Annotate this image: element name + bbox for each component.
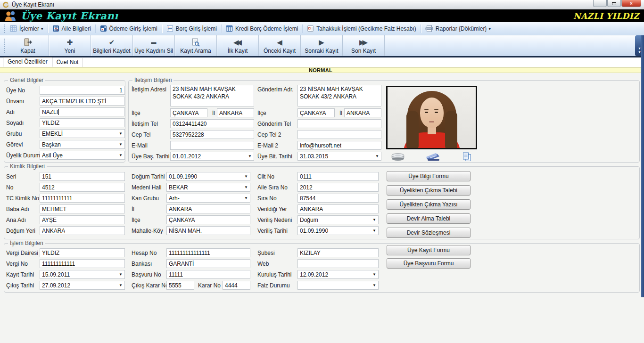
uye-no-field[interactable]: 1: [40, 86, 125, 95]
field-label: Doğum Yeri: [6, 228, 40, 234]
menu-odeme-giris[interactable]: Ödeme Giriş İşlemi: [97, 24, 160, 34]
kayit-arama-button[interactable]: Kayıt Arama: [175, 35, 217, 56]
unvani-field[interactable]: AKÇA TEMIZLIK LTD ŞTİ: [40, 97, 125, 106]
tab-ozel-not[interactable]: Özel Not: [52, 58, 83, 67]
cilt-no-field[interactable]: 0111: [297, 172, 379, 181]
maximize-button[interactable]: [607, 0, 621, 7]
verildigi-yer-field[interactable]: ANKARA: [297, 204, 379, 213]
verilis-nedeni-dropdown[interactable]: Doğum▼: [297, 215, 379, 224]
minimize-button[interactable]: —: [593, 0, 607, 7]
field-label: Çıkış Tarihi: [6, 282, 40, 289]
karar-no-field[interactable]: 4444: [223, 281, 250, 290]
baba-adi-field[interactable]: MEHMET: [40, 204, 125, 213]
gonderim-adresi-field[interactable]: 23 NİSAN MAH KAVŞAK SOKAK 43/2 ANKARA: [297, 85, 381, 106]
no-field[interactable]: 4512: [40, 183, 125, 192]
subesi-field[interactable]: KIZILAY: [297, 248, 379, 257]
kan-grubu-dropdown[interactable]: Arh-▼: [166, 194, 250, 203]
field-label: Bankası: [132, 261, 166, 267]
cikis-karar-no-field[interactable]: 5555: [166, 281, 194, 290]
uye-basvuru-formu-button[interactable]: Üye Başvuru Formu: [387, 258, 471, 269]
ilk-kayit-button[interactable]: ◀◀ İlk Kayıt: [217, 35, 259, 56]
hesap-no-field[interactable]: 111111111111111: [166, 248, 250, 257]
cep-tel-2-field[interactable]: [297, 130, 381, 139]
dogum-yeri-field[interactable]: ANKARA: [40, 226, 125, 235]
basvuru-no-field[interactable]: 11111: [166, 270, 250, 279]
devir-alma-talebi-button[interactable]: Devir Alma Talebi: [387, 213, 471, 224]
uye-bit-tarihi-dropdown[interactable]: 31.03.2015▼: [297, 152, 381, 161]
seri-field[interactable]: 151: [40, 172, 125, 181]
uye-kaydini-sil-button[interactable]: ▬ Üye Kaydını Sil: [133, 35, 175, 56]
last-record-icon: ▶▶: [362, 38, 365, 47]
dogum-tarihi-dropdown[interactable]: 01.09.1990▼: [166, 172, 250, 181]
menu-borc-giris[interactable]: Borç Giriş İşlemi: [164, 24, 220, 34]
adi-field[interactable]: NAZLI: [40, 107, 125, 116]
menu-tahakkuk[interactable]: Tahakkuk İşlemi (Gecikme Faiz Hesabı): [304, 24, 419, 34]
tc-kimlik-no-field[interactable]: 11111111111: [40, 194, 125, 203]
sira-no-field[interactable]: 87544: [297, 194, 379, 203]
menu-aile-bilgileri[interactable]: Aile Bilgileri: [50, 24, 94, 34]
medeni-hali-dropdown[interactable]: BEKAR▼: [166, 183, 250, 192]
web-field[interactable]: [297, 259, 379, 268]
kimlik-il-field[interactable]: ANKARA: [166, 204, 250, 213]
close-button[interactable]: ×: [621, 0, 641, 7]
cep-tel-field[interactable]: 5327952228: [170, 130, 254, 139]
bilgileri-kaydet-button[interactable]: ✔ Bilgileri Kaydet: [91, 35, 133, 56]
vergi-dairesi-field[interactable]: YILDIZ: [40, 248, 125, 257]
uyelikten-cikma-yazisi-button[interactable]: Üyelikten Çıkma Yazısı: [387, 199, 471, 210]
mahalle-koy-field[interactable]: NİSAN MAH.: [166, 226, 250, 235]
iletisim-tel-field[interactable]: 03124411420: [170, 119, 254, 128]
field-label: İlçe: [132, 110, 170, 116]
status-banner: NORMAL: [0, 67, 641, 73]
il-field[interactable]: ANKARA: [217, 108, 254, 117]
kimlik-ilce-field[interactable]: ÇANKAYA: [166, 215, 250, 224]
soyadi-field[interactable]: YILDIZ: [40, 118, 125, 127]
ana-adi-field[interactable]: AYŞE: [40, 215, 125, 224]
gonderim-tel-field[interactable]: [297, 119, 381, 128]
cikis-tarihi-dropdown[interactable]: 27.09.2012▼: [40, 281, 125, 290]
yeni-button[interactable]: ✚ Yeni: [49, 35, 91, 56]
bankasi-field[interactable]: GARANTİ: [166, 259, 250, 268]
islem-bilgileri-group: İşlem Bilgileri Vergi Dairesi YILDIZ Ver…: [4, 243, 640, 293]
disk-icon[interactable]: [391, 153, 405, 163]
uyelik-durumu-dropdown[interactable]: Asil Üye▼: [40, 151, 125, 160]
uye-bilgi-formu-button[interactable]: Üye Bilgi Formu: [387, 171, 471, 181]
uye-bas-tarihi-dropdown[interactable]: 01.01.2012▼: [170, 152, 254, 161]
gonderim-il-field[interactable]: ANKARA: [344, 108, 381, 117]
faiz-durumu-dropdown[interactable]: ▼: [297, 281, 379, 290]
field-label: Veriliş Nedeni: [257, 217, 297, 223]
field-label: Aile Sıra No: [257, 184, 297, 191]
field-label: No: [6, 184, 40, 191]
scanner-icon[interactable]: [426, 153, 441, 163]
email-2-field[interactable]: info@hursoft.net: [297, 141, 381, 150]
grubu-dropdown[interactable]: EMEKLİ▼: [40, 129, 125, 138]
tab-strip: Genel Özellikler Özel Not: [0, 57, 644, 67]
tab-genel-ozellikler[interactable]: Genel Özellikler: [3, 57, 52, 67]
gonderim-ilce-field[interactable]: ÇANKAYA: [297, 108, 335, 117]
ilce-field[interactable]: ÇANKAYA: [170, 108, 207, 117]
menu-raporlar[interactable]: Raporlar {Dökümler}▾: [422, 24, 494, 34]
uye-kayit-formu-button[interactable]: Üye Kayıt Formu: [387, 245, 471, 255]
menu-kredi-borc-odeme[interactable]: Kredi Borç Ödeme İşlemi: [223, 24, 301, 34]
debt-list-icon: [166, 25, 173, 32]
onceki-kayit-button[interactable]: ◀ Önceki Kayıt: [259, 35, 301, 56]
kayit-tarihi-dropdown[interactable]: 15.09.2011▼: [40, 270, 125, 279]
toolbar-grip[interactable]: [3, 24, 5, 33]
aile-sira-no-field[interactable]: 2012: [297, 183, 379, 192]
email-field[interactable]: [170, 141, 254, 150]
iletisim-adresi-field[interactable]: 23 NİSAN MAH KAVŞAK SOKAK 43/2 ANKARA: [170, 85, 254, 106]
son-kayit-button[interactable]: ▶▶ Son Kayıt: [343, 35, 385, 56]
field-label: Ana Adı: [6, 217, 40, 223]
toolbar-button-label: Önceki Kayıt: [264, 48, 296, 54]
sonraki-kayit-button[interactable]: ▶ Sonraki Kayıt: [301, 35, 343, 56]
devir-sozlesmesi-button[interactable]: Devir Sözleşmesi: [387, 228, 471, 238]
kurulus-tarihi-dropdown[interactable]: 12.09.2012▼: [297, 270, 379, 279]
vergi-no-field[interactable]: 111111111111: [40, 259, 125, 268]
gorevi-dropdown[interactable]: Başkan▼: [40, 140, 125, 149]
uyelikten-cikma-talebi-button[interactable]: Üyelikten Çıkma Talebi: [387, 185, 471, 196]
chevron-down-icon: ▾: [488, 26, 491, 31]
menu-islemler[interactable]: İşlemler▾: [7, 24, 46, 34]
toolbar-grip[interactable]: [3, 38, 5, 53]
kapat-button[interactable]: Kapat: [7, 35, 49, 56]
copy-icon[interactable]: [462, 152, 472, 163]
verilis-tarihi-dropdown[interactable]: 01.09.1990▼: [297, 226, 379, 235]
